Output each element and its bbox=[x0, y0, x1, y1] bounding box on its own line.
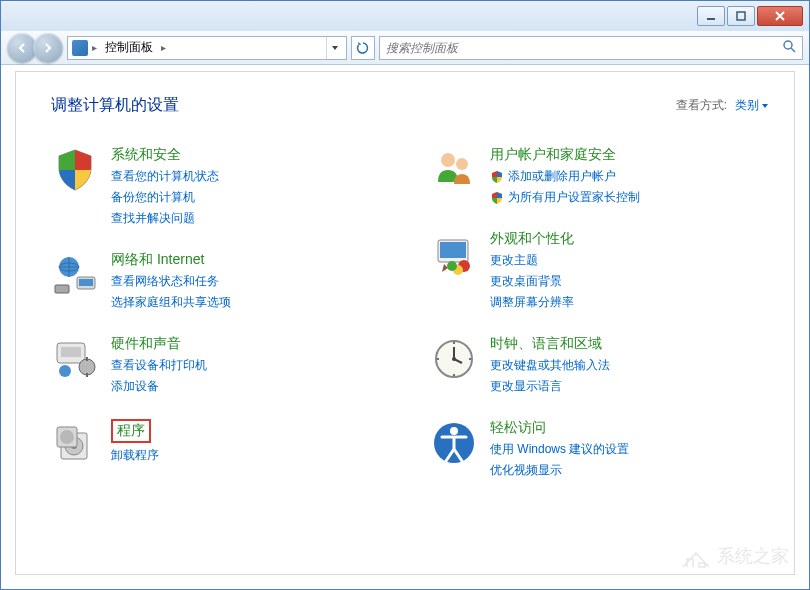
svg-rect-7 bbox=[55, 285, 69, 293]
category-sublink[interactable]: 卸载程序 bbox=[111, 447, 390, 464]
category-icon bbox=[430, 335, 478, 383]
refresh-button[interactable] bbox=[351, 36, 375, 60]
category-sublink[interactable]: 备份您的计算机 bbox=[111, 189, 390, 206]
page-title: 调整计算机的设置 bbox=[51, 95, 179, 116]
category-sublink[interactable]: 添加或删除用户帐户 bbox=[490, 168, 769, 185]
svg-point-23 bbox=[447, 261, 457, 271]
view-by-dropdown[interactable]: 类别 bbox=[735, 97, 769, 114]
category-sublink[interactable]: 添加设备 bbox=[111, 378, 390, 395]
category-sublink[interactable]: 更改键盘或其他输入法 bbox=[490, 357, 769, 374]
category-title[interactable]: 用户帐户和家庭安全 bbox=[490, 146, 616, 164]
category-title[interactable]: 外观和个性化 bbox=[490, 230, 574, 248]
category: 时钟、语言和区域 更改键盘或其他输入法更改显示语言 bbox=[430, 335, 769, 395]
category-icon bbox=[51, 335, 99, 383]
chevron-right-icon: ▸ bbox=[161, 42, 166, 53]
category-body: 硬件和声音 查看设备和打印机添加设备 bbox=[111, 335, 390, 395]
right-column: 用户帐户和家庭安全 添加或删除用户帐户为所有用户设置家长控制 外观和个性化 更改… bbox=[430, 146, 769, 479]
category-title[interactable]: 程序 bbox=[111, 419, 151, 443]
category-sublink[interactable]: 更改桌面背景 bbox=[490, 273, 769, 290]
svg-point-16 bbox=[60, 430, 74, 444]
category-sublinks: 更改键盘或其他输入法更改显示语言 bbox=[490, 357, 769, 395]
address-dropdown[interactable] bbox=[326, 37, 342, 59]
search-box[interactable] bbox=[379, 36, 803, 60]
svg-point-18 bbox=[456, 158, 468, 170]
close-button[interactable] bbox=[757, 6, 803, 26]
category-sublink[interactable]: 为所有用户设置家长控制 bbox=[490, 189, 769, 206]
search-input[interactable] bbox=[386, 41, 782, 55]
category-sublink[interactable]: 查看网络状态和任务 bbox=[111, 273, 390, 290]
category-sublink[interactable]: 查看设备和打印机 bbox=[111, 357, 390, 374]
category: 轻松访问 使用 Windows 建议的设置优化视频显示 bbox=[430, 419, 769, 479]
svg-point-17 bbox=[441, 153, 455, 167]
header-row: 调整计算机的设置 查看方式: 类别 bbox=[51, 95, 769, 116]
category: 程序 卸载程序 bbox=[51, 419, 390, 467]
nav-buttons bbox=[7, 33, 63, 63]
category-body: 用户帐户和家庭安全 添加或删除用户帐户为所有用户设置家长控制 bbox=[490, 146, 769, 206]
maximize-button[interactable] bbox=[727, 6, 755, 26]
content-area: 调整计算机的设置 查看方式: 类别 系统和安全 查看您的计算机状态备份您的计算机… bbox=[1, 65, 809, 499]
category-title[interactable]: 轻松访问 bbox=[490, 419, 546, 437]
svg-rect-6 bbox=[79, 279, 93, 286]
svg-point-2 bbox=[784, 41, 792, 49]
minimize-button[interactable] bbox=[697, 6, 725, 26]
category-sublink[interactable]: 优化视频显示 bbox=[490, 462, 769, 479]
category: 网络和 Internet 查看网络状态和任务选择家庭组和共享选项 bbox=[51, 251, 390, 311]
category-icon bbox=[430, 230, 478, 278]
svg-point-29 bbox=[437, 358, 439, 360]
svg-rect-20 bbox=[440, 242, 466, 258]
address-bar[interactable]: ▸ 控制面板 ▸ bbox=[67, 36, 347, 60]
control-panel-icon bbox=[72, 40, 88, 56]
category-sublinks: 使用 Windows 建议的设置优化视频显示 bbox=[490, 441, 769, 479]
breadcrumb: ▸ 控制面板 ▸ bbox=[92, 37, 322, 58]
category-icon bbox=[430, 146, 478, 194]
category-sublink[interactable]: 调整屏幕分辨率 bbox=[490, 294, 769, 311]
svg-rect-1 bbox=[737, 12, 745, 20]
svg-point-27 bbox=[469, 358, 471, 360]
svg-rect-9 bbox=[61, 347, 81, 357]
categories: 系统和安全 查看您的计算机状态备份您的计算机查找并解决问题 网络和 Intern… bbox=[51, 146, 769, 479]
left-column: 系统和安全 查看您的计算机状态备份您的计算机查找并解决问题 网络和 Intern… bbox=[51, 146, 390, 479]
category-sublinks: 查看网络状态和任务选择家庭组和共享选项 bbox=[111, 273, 390, 311]
svg-point-31 bbox=[450, 427, 458, 435]
view-by: 查看方式: 类别 bbox=[676, 97, 769, 114]
toolbar: ▸ 控制面板 ▸ bbox=[1, 31, 809, 65]
category-sublinks: 查看您的计算机状态备份您的计算机查找并解决问题 bbox=[111, 168, 390, 227]
category-body: 外观和个性化 更改主题更改桌面背景调整屏幕分辨率 bbox=[490, 230, 769, 311]
category-body: 网络和 Internet 查看网络状态和任务选择家庭组和共享选项 bbox=[111, 251, 390, 311]
svg-point-10 bbox=[79, 359, 95, 375]
category-sublink[interactable]: 查找并解决问题 bbox=[111, 210, 390, 227]
control-panel-window: ▸ 控制面板 ▸ 调整计算机的设置 查看方式: 类别 系统和安全 查看 bbox=[0, 0, 810, 590]
titlebar bbox=[1, 1, 809, 31]
svg-point-26 bbox=[453, 342, 455, 344]
forward-button[interactable] bbox=[33, 33, 63, 63]
category-sublinks: 查看设备和打印机添加设备 bbox=[111, 357, 390, 395]
category-sublinks: 卸载程序 bbox=[111, 447, 390, 464]
category-body: 系统和安全 查看您的计算机状态备份您的计算机查找并解决问题 bbox=[111, 146, 390, 227]
category-sublink[interactable]: 更改显示语言 bbox=[490, 378, 769, 395]
category-icon bbox=[51, 419, 99, 467]
chevron-right-icon: ▸ bbox=[92, 42, 97, 53]
breadcrumb-item[interactable]: 控制面板 bbox=[101, 37, 157, 58]
svg-point-28 bbox=[453, 374, 455, 376]
category: 用户帐户和家庭安全 添加或删除用户帐户为所有用户设置家长控制 bbox=[430, 146, 769, 206]
category-sublinks: 更改主题更改桌面背景调整屏幕分辨率 bbox=[490, 252, 769, 311]
category: 外观和个性化 更改主题更改桌面背景调整屏幕分辨率 bbox=[430, 230, 769, 311]
category-title[interactable]: 硬件和声音 bbox=[111, 335, 181, 353]
search-icon[interactable] bbox=[782, 39, 796, 56]
category-sublinks: 添加或删除用户帐户为所有用户设置家长控制 bbox=[490, 168, 769, 206]
category-sublink[interactable]: 更改主题 bbox=[490, 252, 769, 269]
category-sublink[interactable]: 使用 Windows 建议的设置 bbox=[490, 441, 769, 458]
svg-rect-0 bbox=[707, 18, 715, 20]
category-title[interactable]: 网络和 Internet bbox=[111, 251, 204, 269]
svg-point-11 bbox=[59, 365, 71, 377]
category-sublink[interactable]: 选择家庭组和共享选项 bbox=[111, 294, 390, 311]
category-title[interactable]: 系统和安全 bbox=[111, 146, 181, 164]
watermark: 系统之家 bbox=[681, 543, 789, 569]
category-body: 轻松访问 使用 Windows 建议的设置优化视频显示 bbox=[490, 419, 769, 479]
category-title[interactable]: 时钟、语言和区域 bbox=[490, 335, 602, 353]
category: 系统和安全 查看您的计算机状态备份您的计算机查找并解决问题 bbox=[51, 146, 390, 227]
category-icon bbox=[51, 251, 99, 299]
category-sublink[interactable]: 查看您的计算机状态 bbox=[111, 168, 390, 185]
view-by-label: 查看方式: bbox=[676, 97, 727, 114]
category-icon bbox=[51, 146, 99, 194]
